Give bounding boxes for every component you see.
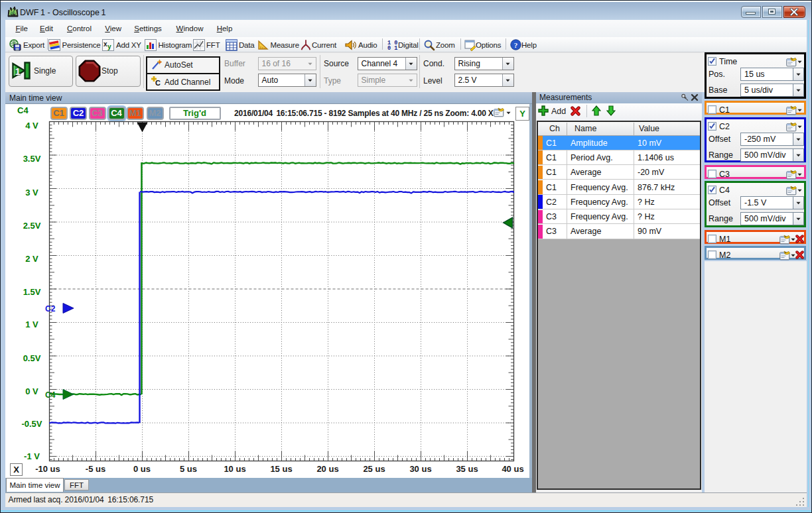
svg-text:C2: C2 — [45, 304, 56, 314]
svg-text:?: ? — [513, 41, 517, 49]
svg-text:y: y — [107, 43, 111, 50]
svg-text:0 1: 0 1 — [387, 45, 397, 51]
svg-text:C: C — [155, 79, 161, 87]
svg-text:1: 1 — [15, 66, 21, 77]
